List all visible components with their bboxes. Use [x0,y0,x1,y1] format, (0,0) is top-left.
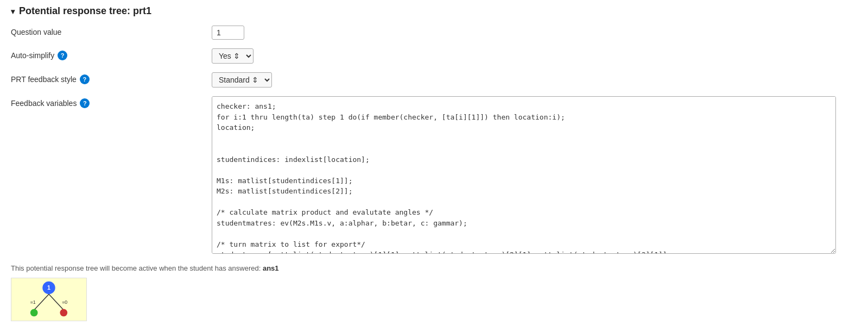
auto-simplify-label: Auto-simplify ? [11,48,212,60]
section-title: Potential response tree: prt1 [19,5,151,17]
svg-line-0 [34,294,49,310]
question-value-control [212,26,857,40]
svg-text:=0: =0 [62,299,67,305]
tree-diagram: =1 =0 1 [11,278,87,321]
svg-line-1 [49,294,64,310]
svg-text:1: 1 [47,284,50,291]
page-container: ▾ Potential response tree: prt1 Question… [0,0,868,325]
feedback-variables-label: Feedback variables ? [11,96,212,108]
prt-feedback-row: PRT feedback style ? Standard ⇕ Compact … [11,72,857,88]
active-variable: ans1 [263,264,279,272]
feedback-variables-control: checker: ans1; for i:1 thru length(ta) s… [212,96,857,255]
auto-simplify-select[interactable]: Yes ⇕ No [212,48,254,64]
question-value-input[interactable] [212,26,244,40]
svg-point-7 [60,309,67,317]
chevron-icon[interactable]: ▾ [11,7,15,16]
svg-point-6 [30,309,38,317]
feedback-variables-row: Feedback variables ? checker: ans1; for … [11,96,857,255]
question-value-label: Question value [11,26,212,36]
auto-simplify-help-icon[interactable]: ? [58,51,67,60]
tree-svg: =1 =0 1 [11,278,86,321]
auto-simplify-row: Auto-simplify ? Yes ⇕ No [11,48,857,64]
section-header: ▾ Potential response tree: prt1 [11,5,857,17]
prt-feedback-help-icon[interactable]: ? [80,74,90,84]
feedback-variables-textarea[interactable]: checker: ans1; for i:1 thru length(ta) s… [212,96,836,254]
feedback-variables-help-icon[interactable]: ? [80,98,90,108]
prt-feedback-label: PRT feedback style ? [11,72,212,84]
prt-feedback-select[interactable]: Standard ⇕ Compact None [212,72,272,88]
active-notice: This potential response tree will become… [11,264,857,272]
auto-simplify-control: Yes ⇕ No [212,48,857,64]
question-value-row: Question value [11,26,857,40]
prt-feedback-control: Standard ⇕ Compact None [212,72,857,88]
svg-text:=1: =1 [30,299,36,305]
